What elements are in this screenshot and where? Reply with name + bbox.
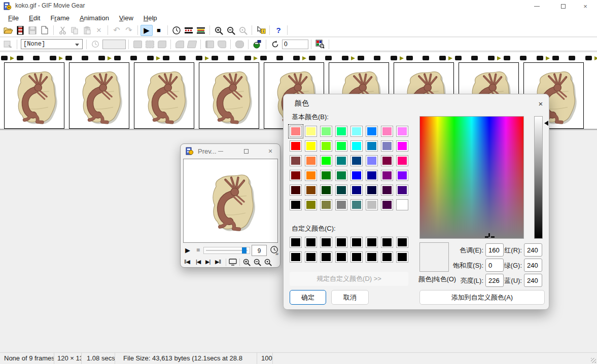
custom-color-swatch[interactable]: [290, 251, 302, 263]
help-button[interactable]: ?: [272, 25, 285, 36]
save-button[interactable]: [26, 25, 39, 36]
custom-color-swatch[interactable]: [320, 237, 332, 248]
minimize-button[interactable]: [525, 0, 548, 12]
duration-clock-button[interactable]: [89, 39, 101, 50]
filmstrip-frame[interactable]: [69, 62, 129, 129]
preview-play-button[interactable]: ▶: [185, 246, 190, 254]
duration-input[interactable]: [102, 40, 126, 49]
basic-color-swatch[interactable]: [350, 170, 363, 181]
basic-color-swatch[interactable]: [350, 185, 363, 196]
basic-color-swatch[interactable]: [335, 155, 347, 166]
dialog-close-button[interactable]: ×: [533, 96, 548, 111]
luminance-arrow-icon[interactable]: [544, 121, 548, 126]
menu-item-file[interactable]: File: [3, 13, 24, 23]
custom-color-swatch[interactable]: [396, 237, 408, 248]
frame-strip-red-button[interactable]: [183, 25, 195, 36]
basic-color-swatch[interactable]: [305, 170, 317, 181]
green-input[interactable]: [524, 259, 542, 272]
basic-color-swatch[interactable]: [366, 155, 378, 166]
local-palette-dropdown[interactable]: [None]: [21, 39, 83, 49]
prev-frame-button[interactable]: |◀: [196, 259, 200, 265]
shift-image-button[interactable]: [173, 39, 186, 50]
luminance-bar[interactable]: [534, 116, 543, 239]
custom-color-swatch[interactable]: [290, 237, 302, 248]
basic-color-swatch[interactable]: [381, 140, 393, 152]
basic-color-swatch[interactable]: [305, 155, 317, 166]
custom-color-swatch[interactable]: [396, 251, 408, 263]
menu-item-frame[interactable]: Frame: [45, 13, 75, 23]
filmstrip-frame[interactable]: [134, 62, 194, 129]
custom-color-swatch[interactable]: [320, 251, 332, 263]
insert-frames-button[interactable]: [14, 25, 26, 36]
basic-color-swatch[interactable]: [366, 126, 378, 137]
frame-strip-multi-button[interactable]: [195, 25, 207, 36]
preview-zoom-out-button[interactable]: [253, 258, 261, 266]
basic-color-swatch[interactable]: [381, 199, 393, 210]
zoom-actual-button[interactable]: [237, 25, 249, 36]
preview-title-bar[interactable]: Prev... ×: [181, 144, 280, 158]
comment-button[interactable]: [216, 39, 228, 50]
basic-color-swatch[interactable]: [366, 140, 378, 152]
basic-color-swatch[interactable]: [350, 140, 363, 152]
next-frame-button[interactable]: ▶|: [205, 259, 210, 265]
fullscreen-monitor-button[interactable]: [229, 259, 237, 266]
basic-color-swatch[interactable]: [350, 199, 363, 210]
basic-color-swatch[interactable]: [290, 199, 302, 210]
basic-color-swatch[interactable]: [366, 185, 378, 196]
delete-button[interactable]: ×: [93, 25, 105, 36]
basic-color-swatch[interactable]: [396, 140, 408, 152]
preview-zoom-actual-button[interactable]: [264, 258, 272, 266]
basic-color-swatch[interactable]: [290, 155, 302, 166]
open-file-button[interactable]: [2, 25, 14, 36]
basic-color-swatch[interactable]: [381, 155, 393, 166]
title-bar[interactable]: koko.gif - GIF Movie Gear ×: [0, 0, 597, 12]
basic-color-swatch[interactable]: [396, 126, 408, 137]
close-button[interactable]: ×: [574, 0, 597, 12]
edit-frame-button[interactable]: [131, 39, 144, 50]
basic-color-swatch[interactable]: [335, 140, 347, 152]
basic-color-swatch[interactable]: [381, 170, 393, 181]
custom-color-swatch[interactable]: [305, 251, 317, 263]
custom-color-swatch[interactable]: [335, 251, 347, 263]
basic-color-swatch[interactable]: [366, 199, 378, 210]
basic-color-swatch[interactable]: [396, 155, 408, 166]
basic-color-swatch[interactable]: [290, 140, 302, 152]
menu-item-view[interactable]: View: [114, 13, 138, 23]
filmstrip-frame[interactable]: [199, 62, 259, 129]
basic-color-swatch[interactable]: [335, 170, 347, 181]
stop-button[interactable]: ■: [153, 25, 165, 36]
basic-color-swatch[interactable]: [290, 185, 302, 196]
basic-color-swatch[interactable]: [350, 126, 363, 137]
basic-color-swatch[interactable]: [320, 185, 332, 196]
crop-button[interactable]: [203, 39, 216, 50]
frame-timing-button[interactable]: [170, 25, 183, 36]
basic-color-swatch[interactable]: [381, 126, 393, 137]
hue-saturation-field[interactable]: [419, 116, 524, 239]
custom-color-swatch[interactable]: [350, 251, 363, 263]
paste-button[interactable]: [81, 25, 93, 36]
menu-item-edit[interactable]: Edit: [24, 13, 45, 23]
basic-color-swatch[interactable]: [305, 199, 317, 210]
basic-color-swatch[interactable]: [350, 155, 363, 166]
reduce-colors-button[interactable]: [251, 39, 263, 50]
resize-grip[interactable]: [591, 358, 596, 363]
basic-color-swatch[interactable]: [320, 199, 332, 210]
menu-item-help[interactable]: Help: [138, 13, 162, 23]
menu-item-animation[interactable]: Animation: [75, 13, 114, 23]
basic-color-swatch[interactable]: [305, 140, 317, 152]
define-custom-colors-button[interactable]: 规定自定义颜色(D) >>: [290, 272, 408, 286]
basic-color-swatch[interactable]: [320, 170, 332, 181]
basic-color-swatch[interactable]: [290, 170, 302, 181]
basic-color-swatch[interactable]: [320, 140, 332, 152]
color-dialog[interactable]: 颜色 × 基本颜色(B): 自定义颜色(C): 规定自定义颜色(D) >> 确定…: [283, 94, 549, 310]
custom-color-swatch[interactable]: [305, 237, 317, 248]
play-button[interactable]: ▶: [141, 25, 153, 36]
preview-window[interactable]: Prev... × ▶ ■ 9 » ‖◀ |◀ ▶| ▶‖: [180, 143, 280, 268]
frame-properties-button[interactable]: [2, 39, 14, 50]
blue-input[interactable]: [524, 274, 542, 287]
basic-color-swatch[interactable]: [335, 199, 347, 210]
basic-color-swatch[interactable]: [305, 185, 317, 196]
transparency-button[interactable]: [144, 39, 156, 50]
frame-position-slider[interactable]: [203, 247, 250, 254]
ok-button[interactable]: 确定: [290, 290, 326, 305]
